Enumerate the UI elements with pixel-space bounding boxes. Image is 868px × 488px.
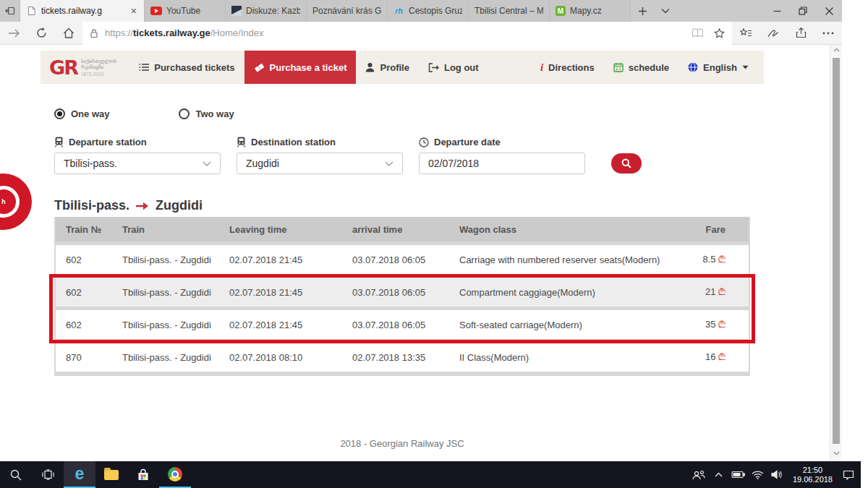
set-aside-icon (5, 6, 15, 16)
tab-title: Poznávání krás Gru (312, 6, 381, 16)
badge-ring: h (0, 186, 20, 218)
tab-title: tickets.railway.g (41, 6, 125, 16)
one-way-label: One way (71, 108, 109, 119)
page-viewport: GR საქართველოს რკინიგზა 1872-2016 Purcha… (0, 45, 842, 461)
mapy-favicon-icon: M (556, 6, 566, 16)
favorites-hub-button[interactable] (732, 22, 760, 45)
tab-mapy[interactable]: M Mapy.cz (550, 0, 631, 22)
edge-icon: e (75, 464, 85, 484)
battery-icon (731, 471, 745, 479)
speaker-icon (771, 470, 783, 479)
new-tab-button[interactable] (631, 0, 654, 22)
task-view-button[interactable] (32, 461, 64, 488)
tab-close-icon[interactable]: × (129, 5, 138, 17)
refresh-button[interactable] (27, 22, 55, 45)
tab-diskuze[interactable]: Diskuze: Kazbek, G (226, 0, 307, 22)
tab-preview-button[interactable] (654, 0, 677, 22)
nav-directions[interactable]: i Directions (531, 51, 604, 84)
clock-date: 19.06.2018 (793, 475, 833, 484)
nav-schedule[interactable]: schedule (604, 51, 678, 84)
system-tray: 21:50 19.06.2018 (689, 461, 861, 488)
set-tabs-aside-button[interactable] (0, 0, 20, 22)
favorite-star-icon[interactable] (714, 28, 725, 38)
destination-station-select[interactable]: Zugdidi (237, 153, 403, 174)
departure-date-input[interactable] (419, 153, 585, 174)
table-row[interactable]: 602 Tbilisi-pass. - Zugdidi 02.07.2018 2… (56, 245, 749, 274)
tab-title: Mapy.cz (570, 6, 624, 16)
action-center-button[interactable] (838, 470, 858, 480)
address-bar: https://tickets.railway.ge/Home/Index (0, 22, 842, 45)
taskbar-edge-button[interactable]: e (64, 461, 95, 488)
globe-icon (688, 62, 698, 72)
tab-cestopis[interactable]: rh Cestopis Gruzínskc (388, 0, 469, 22)
list-icon (139, 63, 149, 72)
ticket-icon (254, 62, 265, 73)
search-form: Tbilisi-pass. Zugdidi (54, 153, 750, 174)
tab-poznavani[interactable]: Poznávání krás Gru (307, 0, 388, 22)
web-note-button[interactable] (760, 22, 787, 45)
battery-button[interactable] (728, 471, 748, 479)
plus-icon (638, 7, 647, 16)
results-table: Train № Train Leaving time arrival time … (54, 217, 750, 376)
people-button[interactable] (689, 470, 709, 480)
home-button[interactable] (55, 22, 82, 45)
wifi-button[interactable] (748, 471, 767, 479)
nav-language[interactable]: English (678, 51, 758, 84)
vertical-scrollbar[interactable] (830, 45, 842, 461)
restore-button[interactable] (790, 0, 816, 22)
site-navbar: GR საქართველოს რკინიგზა 1872-2016 Purcha… (41, 51, 764, 84)
close-button[interactable] (816, 0, 842, 22)
nav-profile[interactable]: Profile (356, 51, 418, 84)
tab-tbilisi-central[interactable]: Tbilisi Central – Ma (469, 0, 550, 22)
url-text: https://tickets.railway.ge/Home/Index (105, 27, 263, 38)
reading-view-icon[interactable] (692, 28, 704, 38)
file-explorer-icon (104, 470, 119, 480)
scroll-up-icon[interactable] (833, 48, 840, 52)
table-row[interactable]: 602 Tbilisi-pass. - Zugdidi 02.07.2018 2… (56, 310, 749, 339)
forward-button[interactable] (0, 22, 27, 45)
taskbar-chrome-button[interactable] (159, 461, 191, 488)
taskbar-store-button[interactable] (127, 461, 159, 488)
tab-tickets-railway[interactable]: tickets.railway.g × (20, 0, 145, 22)
route-to: Zugdidi (156, 198, 203, 213)
one-way-radio[interactable] (54, 108, 65, 119)
microsoft-store-icon (137, 468, 150, 481)
nav-log-out[interactable]: Log out (419, 51, 488, 84)
gr-logo-text: GR (49, 56, 77, 79)
taskbar-search-button[interactable] (0, 461, 32, 488)
two-way-radio[interactable] (179, 108, 190, 119)
two-way-label: Two way (195, 108, 234, 119)
volume-button[interactable] (767, 470, 787, 479)
taskbar-explorer-button[interactable] (95, 461, 127, 488)
search-icon (621, 158, 631, 168)
train-icon (237, 137, 246, 147)
logo-georgian-line1: საქართველოს (81, 59, 116, 64)
browser-window: tickets.railway.g × YouTube Diskuze: Kaz… (0, 0, 842, 461)
gr-logo[interactable]: GR საქართველოს რკინიგზა 1872-2016 (41, 51, 129, 84)
navbar-right: i Directions schedule English (531, 51, 764, 84)
logo-georgian-line2: რკინიგზა (81, 64, 116, 70)
more-dots-icon (822, 32, 834, 35)
table-row[interactable]: 602 Tbilisi-pass. - Zugdidi 02.07.2018 2… (56, 278, 749, 307)
tab-youtube[interactable]: YouTube (145, 0, 226, 22)
lari-symbol: ₾ (718, 254, 726, 265)
search-icon (10, 469, 22, 481)
chrome-icon (168, 467, 182, 481)
nav-purchased-tickets[interactable]: Purchased tickets (129, 51, 244, 84)
share-button[interactable] (787, 22, 814, 45)
scrollbar-thumb[interactable] (833, 58, 840, 444)
url-field[interactable]: https://tickets.railway.ge/Home/Index (82, 22, 732, 45)
nav-purchase-a-ticket[interactable]: Purchase a ticket (244, 51, 357, 84)
scroll-down-icon[interactable] (833, 451, 840, 455)
table-row[interactable]: 870 Tbilisi-pass. - Zugdidi 02.07.2018 0… (56, 343, 749, 372)
minimize-button[interactable] (764, 0, 790, 22)
taskbar-clock[interactable]: 21:50 19.06.2018 (793, 466, 833, 484)
hidden-icons-button[interactable] (709, 472, 728, 477)
search-button[interactable] (611, 153, 642, 174)
settings-more-button[interactable] (814, 22, 842, 45)
rh-favicon-icon: rh (393, 6, 404, 17)
chevron-down-icon (203, 161, 211, 166)
info-icon: i (540, 61, 543, 74)
departure-station-select[interactable]: Tbilisi-pass. (54, 153, 221, 174)
forward-arrow-icon (8, 28, 20, 38)
